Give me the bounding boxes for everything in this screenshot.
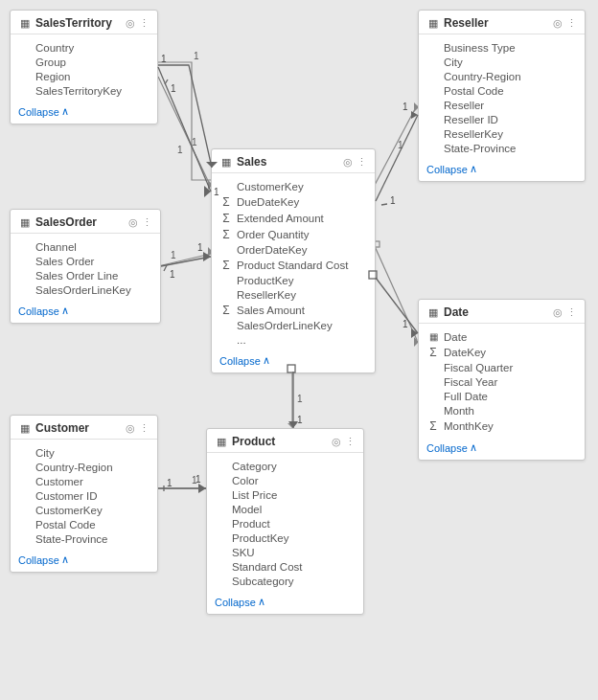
svg-text:1: 1 xyxy=(197,242,203,253)
svg-text:1: 1 xyxy=(167,478,172,488)
eye-icon-sales-territory[interactable]: ◎ xyxy=(126,17,135,30)
svg-text:1: 1 xyxy=(196,474,201,485)
field-reseller-key: ResellerKey xyxy=(219,287,367,302)
svg-marker-48 xyxy=(198,484,206,493)
fields-customer: City Country-Region Customer Customer ID… xyxy=(11,440,157,550)
svg-marker-25 xyxy=(204,186,211,197)
field-product-standard-cost: Σ Product Standard Cost xyxy=(219,257,367,273)
field-due-date-key: Σ DueDateKey xyxy=(219,193,367,210)
svg-line-2 xyxy=(158,254,211,266)
collapse-sales-territory[interactable]: Collapse ∧ xyxy=(11,102,157,124)
svg-text:1: 1 xyxy=(192,137,197,147)
field-month: Month xyxy=(426,403,577,418)
field-cust-city: City xyxy=(18,445,150,460)
table-sales-territory: ▦ SalesTerritory ◎ ⋮ Country Group Regio… xyxy=(10,10,158,124)
svg-marker-43 xyxy=(288,421,298,428)
field-channel: Channel xyxy=(18,239,152,254)
field-region: Region xyxy=(18,69,150,83)
collapse-customer[interactable]: Collapse ∧ xyxy=(11,550,157,572)
svg-line-27 xyxy=(161,257,211,266)
table-header-reseller: ▦ Reseller ◎ ⋮ xyxy=(419,11,585,34)
field-res-country: Country-Region xyxy=(426,69,577,83)
table-title-sales-territory: SalesTerritory xyxy=(35,16,122,30)
svg-line-8 xyxy=(374,244,417,340)
table-customer: ▦ Customer ◎ ⋮ City Country-Region Custo… xyxy=(10,415,158,573)
table-header-date: ▦ Date ◎ ⋮ xyxy=(419,300,585,324)
table-icon-sales: ▦ xyxy=(219,155,233,169)
table-sales-order: ▦ SalesOrder ◎ ⋮ Channel Sales Order Sal… xyxy=(10,209,161,324)
collapse-reseller[interactable]: Collapse ∧ xyxy=(419,159,585,181)
collapse-sales-order[interactable]: Collapse ∧ xyxy=(11,301,160,323)
svg-text:1: 1 xyxy=(402,319,408,329)
field-order-date-key: OrderDateKey xyxy=(219,242,367,257)
field-product-key: ProductKey xyxy=(219,273,367,287)
field-cust-key: CustomerKey xyxy=(18,503,150,517)
menu-icon-sales[interactable]: ⋮ xyxy=(356,156,367,169)
field-order-quantity: Σ Order Quantity xyxy=(219,226,367,242)
svg-line-0 xyxy=(158,77,211,187)
fields-reseller: Business Type City Country-Region Postal… xyxy=(419,34,585,159)
field-prod-model: Model xyxy=(215,502,356,516)
field-res-state: State-Province xyxy=(426,141,577,155)
field-sales-order-line: Sales Order Line xyxy=(18,268,152,282)
svg-text:1: 1 xyxy=(402,102,408,112)
table-title-customer: Customer xyxy=(35,421,122,435)
table-reseller: ▦ Reseller ◎ ⋮ Business Type City Countr… xyxy=(418,10,586,182)
svg-marker-39 xyxy=(411,328,418,338)
table-title-sales-order: SalesOrder xyxy=(35,215,125,229)
menu-icon-reseller[interactable]: ⋮ xyxy=(566,17,577,30)
svg-line-32 xyxy=(376,115,418,201)
field-group: Group xyxy=(18,55,150,69)
field-cust-postal: Postal Code xyxy=(18,517,150,531)
eye-icon-customer[interactable]: ◎ xyxy=(126,422,135,435)
field-extended-amount: Σ Extended Amount xyxy=(219,210,367,226)
menu-icon-sales-territory[interactable]: ⋮ xyxy=(139,17,150,30)
table-title-product: Product xyxy=(232,435,328,448)
field-customer-key: CustomerKey xyxy=(219,179,367,193)
svg-text:1: 1 xyxy=(161,54,167,64)
field-sales-ellipsis: ... xyxy=(219,332,367,347)
field-sales-order-line-key: SalesOrderLineKey xyxy=(219,318,367,332)
field-sales-order-line-key: SalesOrderLineKey xyxy=(18,282,152,297)
eye-icon-date[interactable]: ◎ xyxy=(553,306,563,319)
table-header-sales-territory: ▦ SalesTerritory ◎ ⋮ xyxy=(11,11,157,34)
field-full-date: Full Date xyxy=(426,389,577,403)
fields-sales-territory: Country Group Region SalesTerritoryKey xyxy=(11,34,157,102)
field-prod-category: Category xyxy=(215,459,356,473)
table-date: ▦ Date ◎ ⋮ ▦ Date Σ DateKey Fiscal Quart… xyxy=(418,299,586,461)
field-res-id: Reseller ID xyxy=(426,112,577,126)
field-cust-id: Customer ID xyxy=(18,488,150,503)
field-res-key: ResellerKey xyxy=(426,126,577,141)
eye-icon-reseller[interactable]: ◎ xyxy=(553,17,563,30)
svg-text:1: 1 xyxy=(171,250,176,260)
table-icon: ▦ xyxy=(18,16,32,30)
fields-product: Category Color List Price Model Product … xyxy=(207,453,363,592)
table-title-date: Date xyxy=(444,305,549,319)
field-date-key: Σ DateKey xyxy=(426,344,577,360)
collapse-product[interactable]: Collapse ∧ xyxy=(207,592,363,614)
eye-icon-sales-order[interactable]: ◎ xyxy=(128,216,138,229)
menu-icon-sales-order[interactable]: ⋮ xyxy=(142,216,152,229)
svg-text:1: 1 xyxy=(194,51,199,61)
collapse-sales[interactable]: Collapse ∧ xyxy=(212,350,375,373)
menu-icon-customer[interactable]: ⋮ xyxy=(139,422,150,435)
menu-icon-product[interactable]: ⋮ xyxy=(345,436,356,448)
svg-text:1: 1 xyxy=(192,475,197,485)
field-fiscal-quarter: Fiscal Quarter xyxy=(426,360,577,374)
collapse-date[interactable]: Collapse ∧ xyxy=(419,438,585,460)
table-title-reseller: Reseller xyxy=(444,16,549,30)
fields-sales-order: Channel Sales Order Sales Order Line Sal… xyxy=(11,234,160,301)
field-res-postal: Postal Code xyxy=(426,83,577,98)
table-product: ▦ Product ◎ ⋮ Category Color List Price xyxy=(206,428,364,615)
eye-icon-product[interactable]: ◎ xyxy=(332,436,341,448)
field-sales-order: Sales Order xyxy=(18,254,152,268)
eye-icon-sales[interactable]: ◎ xyxy=(343,156,353,169)
field-cust-country: Country-Region xyxy=(18,460,150,474)
fields-date: ▦ Date Σ DateKey Fiscal Quarter Fiscal Y… xyxy=(419,324,585,438)
field-sales-amount: Σ Sales Amount xyxy=(219,302,367,318)
svg-line-33 xyxy=(381,204,387,205)
table-icon-so: ▦ xyxy=(18,215,32,229)
table-header-customer: ▦ Customer ◎ ⋮ xyxy=(11,416,157,440)
menu-icon-date[interactable]: ⋮ xyxy=(566,306,577,319)
field-cust-state: State-Province xyxy=(18,531,150,546)
